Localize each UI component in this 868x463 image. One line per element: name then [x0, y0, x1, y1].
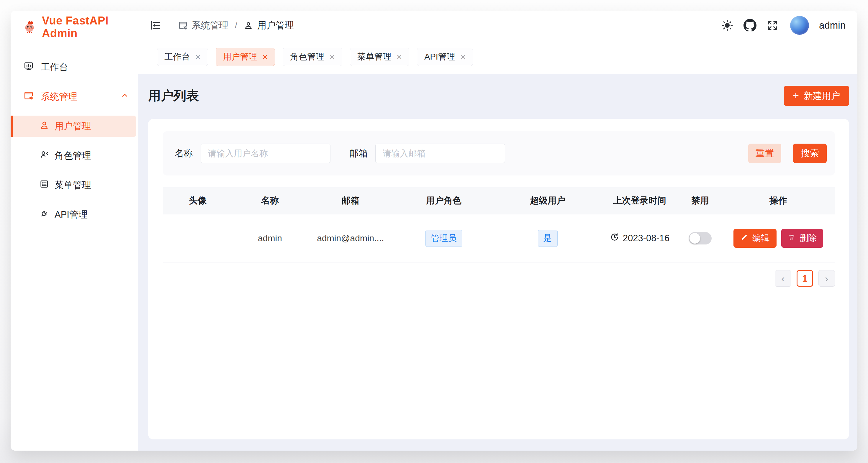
sidebar-item-api-management[interactable]: API管理 — [11, 204, 138, 225]
sidebar-item-user-management[interactable]: 用户管理 — [11, 115, 136, 137]
sidebar-group-system[interactable]: 系统管理 — [11, 86, 138, 107]
tab-workbench[interactable]: 工作台 × — [157, 48, 208, 66]
column-header-disabled: 禁用 — [678, 195, 722, 207]
superuser-cell: 是 — [494, 230, 601, 247]
name-filter-input[interactable] — [200, 144, 331, 163]
new-user-button[interactable]: + 新建用户 — [784, 86, 849, 106]
column-header-role: 用户角色 — [394, 195, 494, 207]
close-icon[interactable]: × — [330, 53, 335, 61]
main-area: 系统管理 / 用户管理 — [138, 11, 857, 451]
column-header-last-login: 上次登录时间 — [601, 195, 678, 207]
sidebar-item-role-management[interactable]: 角色管理 — [11, 145, 138, 166]
user-icon — [39, 120, 49, 132]
column-header-superuser: 超级用户 — [494, 195, 601, 207]
pagination-next-button[interactable]: › — [818, 270, 835, 287]
chevron-up-icon — [121, 91, 129, 102]
topbar: 系统管理 / 用户管理 — [138, 11, 857, 40]
table-header-row: 头像 名称 邮箱 用户角色 超级用户 上次登录时间 禁用 操作 — [163, 187, 835, 214]
column-header-actions: 操作 — [722, 195, 834, 207]
pagination: ‹ 1 › — [163, 270, 835, 287]
name-filter-label: 名称 — [175, 147, 193, 160]
sidebar: Vue FastAPI Admin 工作台 — [11, 11, 138, 451]
sidebar-item-label: 工作台 — [41, 61, 68, 73]
close-icon[interactable]: × — [195, 53, 200, 61]
email-cell: admin@admin.... — [307, 233, 394, 243]
email-filter-input[interactable] — [375, 144, 505, 163]
search-button[interactable]: 搜索 — [793, 144, 827, 163]
disabled-toggle[interactable] — [689, 232, 712, 244]
users-table: 头像 名称 邮箱 用户角色 超级用户 上次登录时间 禁用 操作 admin ad… — [163, 187, 835, 262]
breadcrumb-separator: / — [235, 20, 237, 30]
menu-icon — [39, 179, 49, 191]
sidebar-menu: 工作台 系统管理 — [11, 57, 138, 234]
role-icon — [39, 150, 49, 162]
github-icon[interactable] — [743, 19, 756, 32]
disabled-cell — [678, 232, 722, 244]
sidebar-item-label: 用户管理 — [55, 120, 91, 132]
close-icon[interactable]: × — [262, 53, 268, 61]
close-icon[interactable]: × — [461, 53, 466, 61]
pagination-page-1[interactable]: 1 — [797, 270, 813, 287]
workbench-icon — [24, 61, 34, 73]
plus-icon: + — [793, 89, 799, 102]
column-header-name: 名称 — [232, 195, 307, 207]
sidebar-group-label: 系统管理 — [41, 91, 77, 103]
clock-history-icon — [610, 232, 619, 244]
filter-actions: 重置 搜索 — [748, 144, 827, 163]
app-title: Vue FastAPI Admin — [42, 14, 138, 40]
tab-role-management[interactable]: 角色管理 × — [283, 48, 342, 66]
breadcrumb-item-system[interactable]: 系统管理 — [178, 19, 228, 32]
delete-button[interactable]: 删除 — [781, 229, 823, 248]
username-label[interactable]: admin — [819, 20, 845, 31]
edit-button[interactable]: 编辑 — [734, 229, 777, 248]
tab-menu-management[interactable]: 菜单管理 × — [350, 48, 409, 66]
breadcrumb-item-user[interactable]: 用户管理 — [244, 19, 294, 32]
sidebar-collapse-icon[interactable] — [149, 20, 161, 31]
pencil-icon — [741, 234, 748, 243]
content: 用户列表 + 新建用户 名称 邮箱 重置 搜索 — [138, 74, 857, 451]
chevron-right-icon: › — [825, 273, 828, 284]
sidebar-item-label: API管理 — [55, 208, 88, 221]
sidebar-item-label: 角色管理 — [55, 150, 91, 162]
api-icon — [39, 208, 49, 221]
fullscreen-icon[interactable] — [767, 20, 778, 31]
app-window: Vue FastAPI Admin 工作台 — [11, 11, 857, 451]
page-title: 用户列表 — [148, 87, 199, 104]
user-list-card: 名称 邮箱 重置 搜索 头像 名称 邮箱 用户角色 — [148, 119, 849, 439]
chick-logo-icon — [23, 20, 37, 35]
email-filter-label: 邮箱 — [349, 147, 368, 160]
trash-icon — [788, 234, 796, 243]
column-header-avatar: 头像 — [163, 195, 232, 207]
role-cell: 管理员 — [394, 230, 494, 247]
sidebar-item-menu-management[interactable]: 菜单管理 — [11, 174, 138, 196]
reset-button[interactable]: 重置 — [748, 144, 781, 163]
theme-sun-icon[interactable] — [721, 19, 734, 32]
sidebar-item-workbench[interactable]: 工作台 — [11, 57, 138, 78]
tab-user-management[interactable]: 用户管理 × — [216, 48, 275, 66]
breadcrumb: 系统管理 / 用户管理 — [178, 19, 294, 32]
logo[interactable]: Vue FastAPI Admin — [11, 11, 138, 44]
column-header-email: 邮箱 — [307, 195, 394, 207]
name-cell: admin — [232, 233, 307, 243]
last-login-cell: 2023-08-16 — [601, 232, 678, 244]
system-icon — [24, 91, 34, 103]
page-head: 用户列表 + 新建用户 — [148, 86, 849, 106]
role-tag: 管理员 — [426, 230, 462, 247]
table-row: admin admin@admin.... 管理员 是 — [163, 214, 835, 262]
filter-panel: 名称 邮箱 重置 搜索 — [163, 131, 835, 175]
user-avatar[interactable] — [790, 16, 809, 35]
tabbar: 工作台 × 用户管理 × 角色管理 × 菜单管理 × API管理 × — [138, 40, 857, 74]
close-icon[interactable]: × — [397, 53, 402, 61]
chevron-left-icon: ‹ — [781, 273, 784, 284]
tab-api-management[interactable]: API管理 × — [417, 48, 473, 66]
pagination-prev-button[interactable]: ‹ — [775, 270, 791, 287]
actions-cell: 编辑 删除 — [722, 229, 834, 248]
topbar-actions: admin — [721, 16, 845, 35]
sidebar-item-label: 菜单管理 — [55, 179, 91, 191]
superuser-tag: 是 — [538, 230, 558, 247]
